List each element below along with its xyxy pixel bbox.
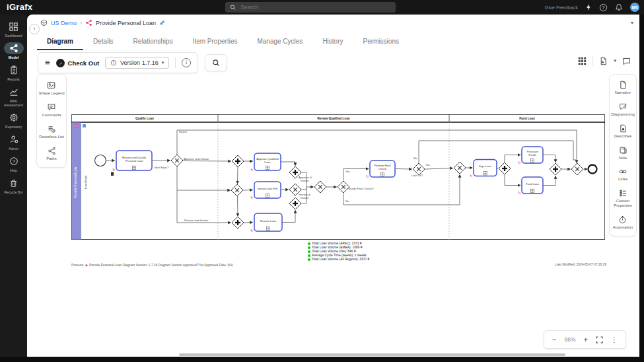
diagramming-button[interactable]: Diagramming — [611, 102, 635, 117]
svg-text:Fund Loan: Fund Loan — [526, 182, 540, 186]
breadcrumb-current: Provide Personal Loan — [96, 20, 156, 26]
global-search[interactable] — [225, 2, 396, 13]
custom-properties-icon — [619, 189, 627, 198]
tab-history[interactable]: History — [312, 33, 353, 50]
tab-item-properties[interactable]: Item Properties — [183, 33, 248, 50]
shape-legend-button[interactable]: Shape Legend — [38, 81, 64, 96]
svg-text:Review Loan: Review Loan — [260, 219, 277, 223]
svg-text:Personal Loan: Personal Loan — [125, 159, 143, 163]
rpa-chart-icon — [9, 87, 18, 96]
grid-view-icon[interactable] — [578, 57, 587, 65]
tab-diagram[interactable]: Diagram — [37, 33, 83, 50]
help-circle-icon: ? — [9, 157, 18, 166]
zoom-controls: − 66% + ⋮ — [544, 330, 626, 349]
svg-text:Needs Final Check?: Needs Final Check? — [348, 187, 374, 190]
left-tool-palette: Shape Legend Comments Describes List Pat… — [36, 74, 67, 168]
narrative-doc-icon — [619, 81, 627, 89]
narrative-button[interactable]: Narrative — [615, 81, 631, 95]
svg-text:Loan OK?: Loan OK? — [411, 174, 423, 177]
chevron-down-icon[interactable]: ▾ — [631, 20, 633, 26]
bpmn-diagram[interactable]: Qualify LoanReview Qualified LoanFund Lo… — [71, 114, 605, 240]
diagram-canvas[interactable]: Qualify LoanReview Qualified LoanFund Lo… — [71, 114, 605, 240]
notifications-bell-icon[interactable] — [615, 3, 623, 11]
menu-icon[interactable]: ≡ — [45, 59, 50, 66]
help-icon[interactable]: ? — [599, 3, 608, 12]
describes-button[interactable]: Describes — [614, 124, 632, 139]
export-document-icon[interactable] — [599, 57, 608, 65]
svg-text:↻: ↻ — [250, 229, 253, 233]
links-button[interactable]: Links — [618, 168, 627, 182]
svg-text:↻: ↻ — [366, 174, 369, 178]
comment-bubble-icon[interactable] — [622, 57, 631, 65]
svg-text:↻: ↻ — [470, 174, 472, 178]
breadcrumb-root[interactable]: US Demo — [51, 20, 77, 26]
svg-text:?: ? — [13, 159, 15, 164]
admin-user-icon — [9, 135, 18, 144]
describes-list-button[interactable]: Describes List — [39, 125, 64, 139]
svg-text:↻: ↻ — [518, 161, 520, 164]
give-feedback-link[interactable]: Give Feedback — [545, 5, 578, 11]
automation-button[interactable]: Automation — [613, 215, 633, 230]
svg-text:Loan: Loan — [264, 161, 271, 164]
svg-text:Yes: Yes — [345, 170, 350, 173]
diagramming-icon — [619, 102, 627, 111]
lightning-icon[interactable] — [585, 3, 592, 11]
gear-icon — [9, 113, 18, 122]
sidebar-item-model[interactable]: Model — [0, 42, 27, 59]
process-status-text: Process:◆Provide Personal Loan Diagram V… — [71, 263, 233, 267]
horizontal-scrollbar[interactable] — [179, 353, 565, 356]
breadcrumb-separator: › — [80, 20, 82, 26]
version-dropdown[interactable]: Version 1.7.16 ▾ — [105, 57, 169, 69]
sidebar-item-reports[interactable]: Reports — [0, 64, 27, 81]
svg-text:↻: ↻ — [250, 196, 253, 199]
svg-text:Review and Initiate: Review and Initiate — [184, 219, 209, 222]
fullscreen-icon[interactable] — [596, 336, 603, 344]
igrafx-logo: iGrafx — [7, 2, 32, 12]
tab-relationships[interactable]: Relationships — [124, 33, 183, 50]
check-out-button[interactable]: → Check Out — [56, 59, 100, 67]
chevron-down-icon[interactable]: ▾ — [614, 58, 616, 63]
note-button[interactable]: Note — [619, 146, 627, 161]
paths-icon — [48, 147, 56, 155]
tab-details[interactable]: Details — [83, 33, 124, 50]
zoom-in-button[interactable]: + — [584, 336, 588, 344]
search-input[interactable] — [239, 3, 391, 11]
diagram-toolbar: ≡ → Check Out Version 1.7.16 ▾ i — [38, 52, 227, 73]
dashboard-icon — [9, 22, 18, 32]
sidebar-item-recycle-bin[interactable]: Recycle Bin — [0, 177, 27, 194]
sidebar-item-rpa-assessment[interactable]: RPA Assessment — [0, 86, 27, 107]
diagram-status-bar: Process:◆Provide Personal Loan Diagram V… — [71, 263, 606, 267]
kpi-dot-icon — [308, 250, 310, 253]
zoom-out-button[interactable]: − — [552, 336, 556, 344]
svg-text:Fund Loan: Fund Loan — [519, 117, 535, 120]
custom-properties-button[interactable]: Custom Properties — [610, 189, 636, 208]
sidebar-item-dashboard[interactable]: Dashboard — [0, 20, 27, 38]
svg-text:?: ? — [602, 5, 605, 9]
svg-text:Initiate: Initiate — [301, 179, 309, 182]
reports-icon — [9, 65, 18, 75]
svg-text:Next Steps?: Next Steps? — [155, 166, 169, 169]
tab-manage-cycles[interactable]: Manage Cycles — [247, 33, 312, 50]
version-stamp-icon — [159, 20, 165, 26]
diagram-search-button[interactable] — [205, 54, 227, 71]
trash-icon — [9, 179, 18, 188]
process-share-icon — [85, 19, 92, 26]
svg-text:Qualify Loan: Qualify Loan — [135, 117, 154, 120]
sidebar-item-admin[interactable]: Admin — [0, 133, 27, 151]
svg-text:Initiate: Initiate — [301, 196, 309, 199]
comments-button[interactable]: Comments — [42, 103, 61, 118]
kpi-legend: Total Loan Volume (APAC): 1372 #Total Lo… — [308, 242, 369, 262]
sidebar-item-repository[interactable]: Repository — [0, 112, 27, 129]
sidebar-item-help[interactable]: ? Help — [0, 155, 27, 172]
info-icon[interactable]: i — [182, 58, 191, 67]
main-content: › US Demo › Provide Personal Loan ▾ Diag… — [27, 15, 639, 357]
kpi-dot-icon — [308, 258, 310, 261]
comments-icon — [47, 103, 56, 112]
tab-permissions[interactable]: Permissions — [353, 33, 409, 50]
clock-icon — [110, 59, 117, 66]
user-avatar[interactable]: MS — [630, 3, 639, 12]
search-icon — [230, 4, 236, 11]
paths-button[interactable]: Paths — [46, 147, 56, 161]
zoom-level: 66% — [565, 336, 576, 343]
more-options-icon[interactable]: ⋮ — [611, 336, 618, 344]
